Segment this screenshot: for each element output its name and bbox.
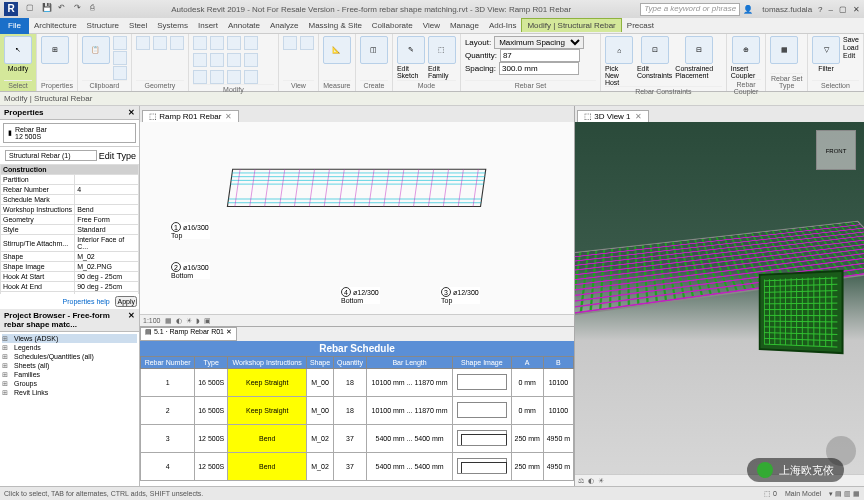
property-row[interactable]: Workshop InstructionsBend <box>1 205 139 215</box>
window-controls[interactable]: ? – ▢ ✕ <box>818 5 860 14</box>
modify-tool-icon[interactable]: ↖ <box>4 36 32 64</box>
edit-type-button[interactable]: Edit Type <box>99 151 136 161</box>
filter-icon[interactable]: ▽ <box>812 36 840 64</box>
property-row[interactable]: Stirrup/Tie Attachm...Interior Face of C… <box>1 235 139 252</box>
tab-collaborate[interactable]: Collaborate <box>367 19 418 32</box>
schedule-row[interactable]: 116 500SKeep StraightM_001810100 mm ... … <box>141 369 574 397</box>
annotation-2[interactable]: 2ø16/300Bottom <box>170 262 210 279</box>
cut-geom-icon[interactable] <box>153 36 167 50</box>
property-row[interactable]: Shape ImageM_02.PNG <box>1 262 139 272</box>
mirror-icon[interactable] <box>227 36 241 50</box>
properties-help-link[interactable]: Properties help <box>63 298 110 305</box>
property-row[interactable]: Hook At Start90 deg - 25cm <box>1 272 139 282</box>
close-browser-icon[interactable]: ✕ <box>128 311 135 329</box>
property-row[interactable]: Rebar Number4 <box>1 185 139 195</box>
tab-steel[interactable]: Steel <box>124 19 152 32</box>
help-icon[interactable]: ? <box>818 5 822 14</box>
property-row[interactable]: StyleStandard <box>1 225 139 235</box>
constrained-placement-icon[interactable]: ⊟ <box>685 36 713 64</box>
tab-3d-view[interactable]: ⬚ 3D View 1✕ <box>577 110 649 122</box>
tab-modify-structural-rebar[interactable]: Modify | Structural Rebar <box>521 18 621 32</box>
pick-host-icon[interactable]: ⌂ <box>605 36 633 64</box>
quantity-input[interactable] <box>500 49 580 62</box>
copy-tool-icon[interactable] <box>193 53 207 67</box>
undo-icon[interactable]: ↶ <box>58 3 70 15</box>
user-icon[interactable]: 👤 <box>743 5 753 14</box>
tab-precast[interactable]: Precast <box>622 19 659 32</box>
measure-icon[interactable]: 📐 <box>323 36 351 64</box>
crop-icon[interactable]: ▣ <box>204 317 211 325</box>
schedule-row[interactable]: 312 500SBendM_02375400 mm ... 5400 mm250… <box>141 425 574 453</box>
minimize-icon[interactable]: – <box>829 5 833 14</box>
rotate-icon[interactable] <box>210 53 224 67</box>
close-properties-icon[interactable]: ✕ <box>128 108 135 117</box>
section-view[interactable]: 1ø16/300Top 2ø16/300Bottom 4ø12/300Botto… <box>140 122 574 326</box>
property-row[interactable]: GeometryFree Form <box>1 215 139 225</box>
redo-icon[interactable]: ↷ <box>74 3 86 15</box>
tab-view[interactable]: View <box>418 19 445 32</box>
property-row[interactable]: Hook At End90 deg - 25cm <box>1 282 139 292</box>
file-menu[interactable]: File <box>0 18 29 34</box>
search-input[interactable]: Type a keyword or phrase <box>640 3 740 16</box>
viewcube[interactable]: FRONT <box>816 130 856 170</box>
visual-style-icon[interactable]: ◐ <box>176 317 182 325</box>
tree-item[interactable]: Sheets (all) <box>2 361 137 370</box>
3d-viewport[interactable]: FRONT Perspective ⚖◐☀ <box>575 122 864 486</box>
align-icon[interactable] <box>193 36 207 50</box>
load-sel[interactable]: Load <box>843 44 859 51</box>
close-tab-icon[interactable]: ✕ <box>635 112 642 121</box>
schedule-row[interactable]: 216 500SKeep StraightM_001810100 mm ... … <box>141 397 574 425</box>
property-grid[interactable]: ConstructionPartitionRebar Number4Schedu… <box>0 164 139 294</box>
schedule-row[interactable]: 412 500SBendM_02375400 mm ... 5400 mm250… <box>141 453 574 481</box>
edit-sel[interactable]: Edit <box>843 52 859 59</box>
tab-massing-site[interactable]: Massing & Site <box>303 19 366 32</box>
detail-icon[interactable]: ▦ <box>165 317 172 325</box>
apply-button[interactable]: Apply <box>115 296 137 307</box>
tab-annotate[interactable]: Annotate <box>223 19 265 32</box>
tab-manage[interactable]: Manage <box>445 19 484 32</box>
workset-indicator[interactable]: ⬚ 0 <box>764 490 777 498</box>
close-icon[interactable]: ✕ <box>853 5 860 14</box>
tab-add-ins[interactable]: Add-Ins <box>484 19 522 32</box>
schedule-tab[interactable]: ▤ 5.1 · Ramp Rebar R01 ✕ <box>140 327 237 341</box>
selection-filter-icons[interactable]: ▾ ▤ ▥ ▦ <box>829 490 860 498</box>
move-icon[interactable] <box>244 36 258 50</box>
paste-icon[interactable]: 📋 <box>82 36 110 64</box>
sun-3d-icon[interactable]: ☀ <box>598 477 604 485</box>
copy-icon[interactable] <box>113 51 127 65</box>
property-row[interactable]: Schedule Mark <box>1 195 139 205</box>
tree-item[interactable]: Views (ADSK) <box>2 334 137 343</box>
property-row[interactable]: ShapeM_02 <box>1 252 139 262</box>
split-icon[interactable] <box>244 53 258 67</box>
scale-icon[interactable] <box>210 70 224 84</box>
tree-item[interactable]: Schedules/Quantities (all) <box>2 352 137 361</box>
quick-access-toolbar[interactable]: ▢ 💾 ↶ ↷ ⎙ <box>26 3 102 15</box>
properties-icon[interactable]: ⊞ <box>41 36 69 64</box>
layout-select[interactable]: Maximum Spacing <box>494 36 584 49</box>
close-tab-icon[interactable]: ✕ <box>225 112 232 121</box>
delete-icon[interactable] <box>244 70 258 84</box>
array-icon[interactable] <box>193 70 207 84</box>
save-icon[interactable]: 💾 <box>42 3 54 15</box>
override-icon[interactable] <box>300 36 314 50</box>
rebar-set-type-icon[interactable]: ▦ <box>770 36 798 64</box>
tab-ramp-rebar[interactable]: ⬚ Ramp R01 Rebar✕ <box>142 110 239 122</box>
schedule-view[interactable]: Rebar Schedule Rebar NumberTypeWorkshop … <box>140 341 574 486</box>
annotation-1[interactable]: 1ø16/300Top <box>170 222 210 239</box>
print-icon[interactable]: ⎙ <box>90 3 102 15</box>
scale-3d[interactable]: ⚖ <box>578 477 584 485</box>
hide-icon[interactable] <box>283 36 297 50</box>
edit-family-icon[interactable]: ⬚ <box>428 36 456 64</box>
offset-icon[interactable] <box>210 36 224 50</box>
visual-style-3d-icon[interactable]: ◐ <box>588 477 594 485</box>
tab-structure[interactable]: Structure <box>82 19 124 32</box>
tree-item[interactable]: Families <box>2 370 137 379</box>
open-icon[interactable]: ▢ <box>26 3 38 15</box>
tree-item[interactable]: Legends <box>2 343 137 352</box>
match-icon[interactable] <box>113 66 127 80</box>
spacing-input[interactable] <box>499 62 579 75</box>
property-row[interactable]: Partition <box>1 175 139 185</box>
maximize-icon[interactable]: ▢ <box>839 5 847 14</box>
tab-systems[interactable]: Systems <box>152 19 193 32</box>
annotation-3[interactable]: 3ø12/300Top <box>440 287 480 304</box>
